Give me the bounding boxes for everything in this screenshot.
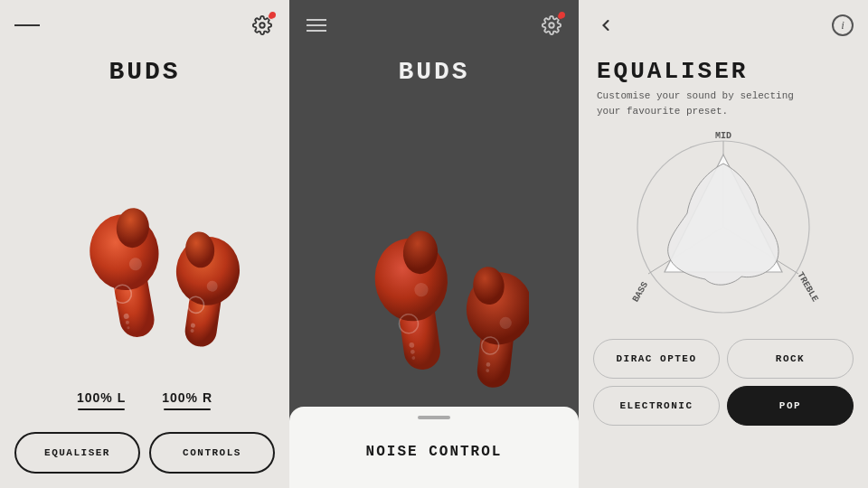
preset-pop[interactable]: POP <box>727 386 854 426</box>
volume-bar-left <box>78 408 125 410</box>
preset-rock[interactable]: ROCK <box>727 339 854 379</box>
menu-icon[interactable] <box>14 13 40 38</box>
noise-control-label: NOISE CONTROL <box>366 444 503 460</box>
volume-bar-right <box>164 408 211 410</box>
eq-title: EQUALISER <box>579 58 868 85</box>
eq-subtitle: Customise your sound by selectingyour fa… <box>579 89 868 118</box>
svg-text:BASS: BASS <box>631 280 651 304</box>
noise-control-sheet[interactable]: NOISE CONTROL <box>289 407 579 488</box>
svg-point-0 <box>259 23 265 28</box>
equaliser-button[interactable]: EQUALISER <box>14 432 140 474</box>
panel-right: i EQUALISER Customise your sound by sele… <box>579 0 868 488</box>
volume-right: 100% R <box>162 390 212 410</box>
middle-title: BUDS <box>398 58 469 86</box>
svg-text:TREBLE: TREBLE <box>795 270 820 304</box>
left-header <box>0 0 289 51</box>
eq-radar-chart: MID BASS TREBLE <box>624 127 823 326</box>
left-buds-image <box>0 86 289 390</box>
sheet-handle <box>418 416 450 419</box>
svg-text:MID: MID <box>715 131 731 141</box>
left-title: BUDS <box>108 58 180 86</box>
middle-menu-icon[interactable] <box>304 13 329 38</box>
right-header: i <box>579 0 868 51</box>
middle-settings-icon[interactable] <box>539 13 564 38</box>
eq-presets-grid: DIRAC OPTEO ROCK ELECTRONIC POP <box>579 339 868 426</box>
info-button[interactable]: i <box>832 14 854 36</box>
middle-buds-image <box>289 86 579 455</box>
settings-icon[interactable] <box>250 13 275 38</box>
left-volume-row: 100% L 100% R <box>77 390 212 410</box>
back-button[interactable] <box>593 13 618 38</box>
left-bottom-buttons: EQUALISER CONTROLS <box>0 423 289 488</box>
panel-middle: BUDS <box>289 0 579 488</box>
preset-electronic[interactable]: ELECTRONIC <box>593 386 720 426</box>
volume-left: 100% L <box>77 390 126 410</box>
controls-button[interactable]: CONTROLS <box>149 432 275 474</box>
panel-left: BUDS <box>0 0 289 488</box>
svg-point-19 <box>549 23 554 28</box>
middle-header <box>289 0 579 51</box>
preset-dirac-opteo[interactable]: DIRAC OPTEO <box>593 339 720 379</box>
